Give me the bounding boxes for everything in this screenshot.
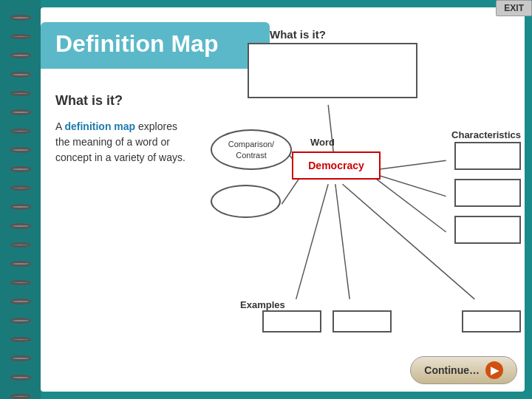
spiral-ring [10,72,31,78]
svg-line-3 [375,160,446,170]
example-rect-3 [462,310,521,332]
example-rect-1 [262,310,321,332]
spiral-ring [10,34,31,40]
spiral-ring [10,299,31,304]
spiral-ring [10,185,31,191]
comparison-oval: Comparison/Contrast [211,129,292,170]
svg-line-6 [296,184,329,299]
spiral-ring [10,204,31,210]
spiral-ring [10,147,31,153]
exit-button[interactable]: EXIT [496,0,532,16]
description-highlight: definition map [64,120,135,132]
diagram-area: What is it? Comparison/Contrast Word Dem… [203,22,525,355]
spiral-ring [10,337,31,343]
spiral-ring [10,375,31,381]
second-oval [211,185,281,218]
svg-line-4 [375,174,446,197]
comparison-label: Comparison/Contrast [228,139,274,160]
svg-line-2 [282,178,299,205]
spiral-ring [10,166,31,172]
continue-label: Continue… [424,364,480,376]
what-is-it-diagram-label: What is it? [270,28,326,41]
spiral-ring [10,223,31,229]
characteristics-label: Characteristics [451,129,521,140]
spiral-ring [10,261,31,267]
description-text: A definition map explores the meaning of… [55,119,188,166]
spiral-ring [10,52,31,58]
spiral-ring [10,394,31,400]
spiral-ring [10,129,31,134]
continue-arrow-icon: ▶ [485,361,503,379]
word-label: Word [310,137,335,148]
svg-line-7 [335,184,349,299]
spiral-ring [10,280,31,286]
characteristic-rect-3 [454,216,521,244]
spiral-ring [10,91,31,97]
svg-line-5 [375,178,446,232]
characteristic-rect-2 [454,179,521,207]
spiral-ring [10,318,31,324]
example-rect-2 [332,310,392,332]
main-content: Definition Map What is it? A definition … [41,7,525,392]
democracy-box: Democracy [292,151,381,180]
spiral-ring [10,15,31,21]
top-rect [248,43,417,98]
spiral-ring [10,242,31,248]
continue-button[interactable]: Continue… ▶ [410,356,517,384]
left-panel: What is it? A definition map explores th… [41,81,203,355]
notebook-edge [0,0,41,399]
what-is-it-heading: What is it? [55,93,188,109]
spiral-ring [10,355,31,361]
description-part1: A [55,120,64,132]
characteristic-rect-1 [454,142,521,170]
spiral-ring [10,109,31,115]
democracy-label: Democracy [308,160,364,171]
examples-label: Examples [240,299,285,310]
